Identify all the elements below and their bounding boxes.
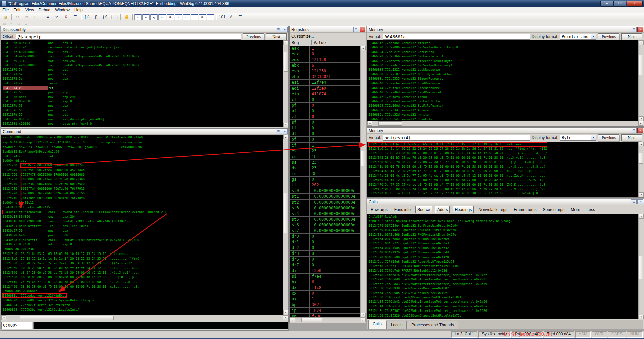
step-over-icon[interactable]: {} [92, 13, 100, 21]
disassembly-line[interactable]: 00411878 83ec08 sub esp,8 [3, 99, 283, 104]
disassembly-line[interactable]: 00411864 e907000000 jmp EqnEdt32!EqnFram… [3, 54, 283, 59]
memory2-next-button[interactable]: Next [621, 134, 642, 141]
maximize-button[interactable]: ❐ [613, 1, 626, 7]
close-icon[interactable]: × [637, 128, 643, 133]
disassembly-line[interactable]: 00411876 8bec mov ebp,esp [3, 95, 283, 99]
scroll-arrow-icon[interactable]: ▲ [361, 46, 366, 50]
register-row[interactable]: ip1874 [290, 308, 361, 314]
register-row[interactable]: edx12f1c8 [290, 57, 361, 63]
menu-file[interactable]: File [0, 8, 11, 12]
break-icon[interactable]: ✌ [122, 13, 131, 21]
register-row[interactable]: tf0 [290, 125, 361, 131]
close-button[interactable]: × [627, 1, 643, 7]
memory2-format-combo[interactable]: Byte ▼ [560, 135, 596, 141]
memory1-virtual-input[interactable] [383, 34, 530, 40]
call-stack-frame[interactable]: 0012f548 0042f926 EqnEdt32!MFEnumFunc+0x… [369, 250, 638, 255]
register-row[interactable]: cs1b [290, 154, 361, 160]
disassembly-line[interactable]: 00411872 5b pop ebx [3, 77, 283, 81]
scroll-arrow-icon[interactable]: ▲ [639, 214, 644, 219]
register-row[interactable]: ds23 [290, 165, 361, 171]
register-row[interactable]: dif3e0 [290, 268, 361, 274]
memory-window-icon[interactable]: ▦ [167, 14, 174, 20]
close-icon[interactable]: × [637, 199, 643, 204]
scroll-arrow-icon[interactable]: ▲ [283, 135, 288, 139]
scroll-arrow-icon[interactable]: ▼ [639, 315, 644, 319]
dock-icon[interactable]: ◫ [353, 27, 359, 32]
register-row[interactable]: if1 [290, 143, 361, 148]
call-stack-frame[interactable]: ChildEBP RetAddr [369, 215, 638, 219]
call-stack-window-icon[interactable]: ≡ [175, 14, 182, 20]
call-stack-frame[interactable]: 0012fc00 76f6dccd ole32!DcomChannelSetHR… [369, 295, 638, 300]
scroll-arrow-icon[interactable]: ▲ [639, 142, 644, 146]
toggle-breakpoint-icon[interactable]: ≣ [44, 13, 52, 21]
register-row[interactable]: ax1 [290, 296, 361, 302]
scroll-arrow-icon[interactable]: ► [638, 121, 643, 126]
register-row[interactable]: dr20 [290, 245, 361, 251]
disassembly-line[interactable]: 00411873 c9 leave [3, 81, 283, 86]
call-stack-frame[interactable]: 0012f4e4 004375da EqnEdt32!MFEnumFunc+0x… [369, 246, 638, 250]
register-row[interactable]: ecx0 [290, 51, 361, 57]
register-row[interactable]: fl202 [290, 182, 361, 188]
register-row[interactable]: dr00 [290, 234, 361, 239]
calls-option-source-args[interactable]: Source args [541, 206, 566, 213]
dock-icon[interactable]: ◫ [631, 128, 637, 133]
disassembly-line[interactable]: 0041187b 53 push ebx [3, 104, 283, 108]
calls-option-more[interactable]: More [569, 206, 582, 213]
register-row[interactable]: st7 0.00000000000000e [290, 228, 361, 234]
call-stack-frame[interactable]: 0012fd14 76f6e1fd ole32!WdtpInterfacePoi… [369, 304, 638, 309]
registers-customize[interactable]: Customize... [290, 33, 366, 40]
call-stack-frame[interactable]: 0012fbb8 76e88938 ole32!CoTaskMemFree+0x… [369, 286, 638, 291]
call-stack-frame[interactable]: 0012fd50 76e89326 ole32!DcomChannelSetHR… [369, 314, 638, 318]
calls-option-headings[interactable]: Headings [453, 206, 474, 213]
register-row[interactable]: st1 0.00000000000000e [290, 194, 361, 200]
command-input[interactable] [33, 322, 288, 329]
memory1-hscrollbar[interactable]: ◄► [367, 121, 643, 126]
scroll-thumb[interactable] [639, 256, 643, 279]
register-row[interactable]: esp12f230 [290, 68, 361, 74]
disassembly-next-button[interactable]: Next [266, 33, 287, 40]
call-stack-frame[interactable]: 0012fd3c 76e89367 ole32!WdtpInterfacePoi… [369, 309, 638, 313]
memory2-virtual-input[interactable] [383, 135, 530, 141]
resolve-breakpoints-icon[interactable]: ≋ [53, 13, 61, 21]
register-row[interactable]: st3 0.00000000000000e [290, 205, 361, 211]
disassembly-vscrollbar[interactable]: ▲▼ [283, 40, 288, 127]
call-stack-frame[interactable]: 0012fa00 76f6d7e6 RPCRT4!NdrStubCall2+0x… [369, 269, 638, 273]
dock-icon[interactable]: ◫ [276, 27, 281, 32]
register-row[interactable]: es23 [290, 148, 361, 154]
register-row[interactable]: st4 0.00000000000000e [290, 211, 361, 217]
calls-option-less[interactable]: Less [585, 206, 597, 213]
disassembly-previous-button[interactable]: Previous [243, 33, 264, 40]
chevron-down-icon[interactable]: ▼ [591, 135, 596, 140]
dock-icon[interactable]: ◫ [276, 129, 281, 134]
menu-view[interactable]: View [23, 8, 36, 12]
register-row[interactable]: ebp3231302f [290, 74, 361, 80]
menu-window[interactable]: Window [53, 8, 72, 12]
minimize-button[interactable]: – [600, 1, 613, 7]
disassembly-line[interactable]: 0041186b e900000000 jmp EqnEdt32!EqnFram… [3, 63, 283, 68]
dock-icon[interactable]: ◫ [631, 199, 637, 204]
disassembly-line[interactable]: 00411881 c60000 mov byte ptr [eax],0 [3, 122, 283, 126]
chevron-down-icon[interactable]: ▼ [591, 34, 596, 39]
call-stack-frame[interactable]: 0012fa48 76f6d876 ole32!WdtpInterfacePoi… [369, 273, 638, 277]
register-row[interactable]: dr10 [290, 239, 361, 245]
disassembly-line[interactable]: 00411875 55 push ebp [3, 90, 283, 95]
scroll-arrow-icon[interactable]: ▼ [639, 192, 644, 197]
step-into-icon[interactable]: {+} [83, 13, 91, 21]
register-row[interactable]: st5 0.00000000000000e [290, 217, 361, 222]
memory1-next-button[interactable]: Next [621, 33, 642, 40]
register-row[interactable]: esi12f7e4 [290, 80, 361, 86]
call-stack-frame[interactable]: 0012fc34 76f6db41 ole32!WdtpInterfacePoi… [369, 300, 638, 304]
register-row[interactable]: dr30 [290, 251, 361, 257]
register-row[interactable]: st2 0.00000000000000e [290, 200, 361, 205]
scroll-arrow-icon[interactable]: ◄ [1, 315, 6, 320]
scroll-arrow-icon[interactable]: ▲ [283, 40, 288, 45]
scroll-thumb[interactable] [301, 318, 322, 322]
register-row[interactable]: ebx6 [290, 63, 361, 68]
call-stack-frame[interactable]: 0012f5f8 76855311 RPCRT4!NdrServerInitia… [369, 264, 638, 268]
disassembly-window-icon[interactable]: 01 [183, 14, 190, 20]
calls-option-source[interactable]: Source [415, 206, 432, 213]
register-row[interactable]: gs0 [290, 177, 361, 182]
memory2-vscrollbar[interactable]: ▲▼ [638, 142, 644, 197]
disable-breakpoint-icon[interactable]: ✗ [62, 13, 70, 21]
register-row[interactable]: eip411874 [290, 91, 361, 97]
